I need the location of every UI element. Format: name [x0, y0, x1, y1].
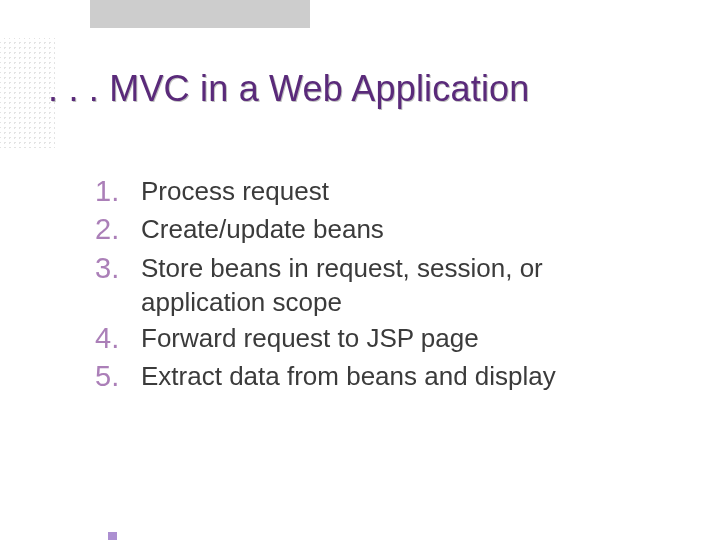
- list-number: 5.: [95, 357, 141, 395]
- top-decor-bar: [90, 0, 310, 28]
- slide: . . . MVC in a Web Application 1. Proces…: [0, 0, 720, 540]
- list-number: 4.: [95, 319, 141, 357]
- list-number: 1.: [95, 172, 141, 210]
- slide-title: . . . MVC in a Web Application: [48, 68, 680, 110]
- list-item: 5. Extract data from beans and display: [95, 357, 670, 395]
- list-number: 2.: [95, 210, 141, 248]
- bottom-accent-square: [108, 532, 117, 540]
- dot-grid-decor: [0, 38, 55, 148]
- list-text: Create/update beans: [141, 210, 670, 246]
- list-number: 3.: [95, 249, 141, 287]
- list-item: 1. Process request: [95, 172, 670, 210]
- list-text: Process request: [141, 172, 670, 208]
- list-item: 4. Forward request to JSP page: [95, 319, 670, 357]
- list-text: Forward request to JSP page: [141, 319, 670, 355]
- numbered-list: 1. Process request 2. Create/update bean…: [95, 172, 670, 396]
- list-item: 3. Store beans in request, session, or a…: [95, 249, 670, 320]
- list-text: Extract data from beans and display: [141, 357, 670, 393]
- list-item: 2. Create/update beans: [95, 210, 670, 248]
- list-text: Store beans in request, session, or appl…: [141, 249, 670, 320]
